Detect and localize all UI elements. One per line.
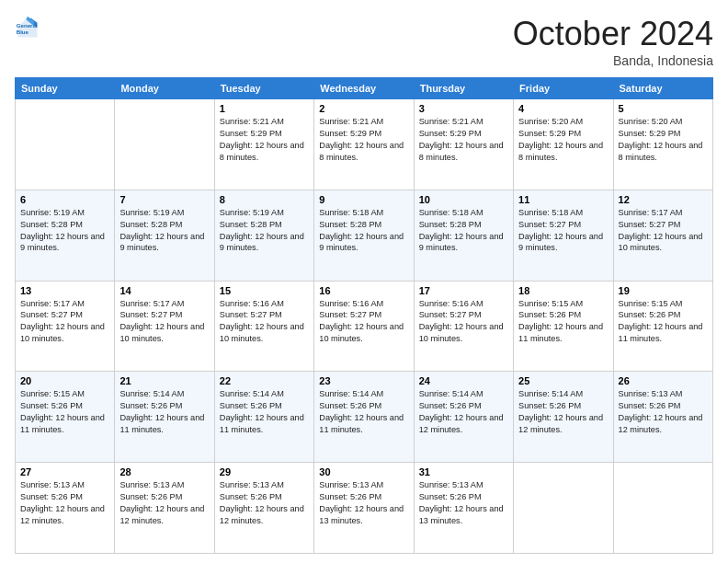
day-info: Sunrise: 5:13 AMSunset: 5:26 PMDaylight:…	[220, 479, 309, 527]
day-number: 31	[419, 466, 508, 477]
day-number: 19	[619, 285, 708, 296]
day-number: 16	[319, 285, 408, 296]
calendar-cell: 19Sunrise: 5:15 AMSunset: 5:26 PMDayligh…	[613, 281, 712, 372]
day-info: Sunrise: 5:21 AMSunset: 5:29 PMDaylight:…	[220, 116, 309, 164]
calendar-cell: 24Sunrise: 5:14 AMSunset: 5:26 PMDayligh…	[414, 372, 513, 463]
weekday-header-tuesday: Tuesday	[214, 78, 313, 99]
calendar-cell: 2Sunrise: 5:21 AMSunset: 5:29 PMDaylight…	[314, 99, 414, 190]
day-info: Sunrise: 5:21 AMSunset: 5:29 PMDaylight:…	[319, 116, 408, 164]
day-info: Sunrise: 5:16 AMSunset: 5:27 PMDaylight:…	[419, 298, 508, 346]
day-number: 13	[20, 285, 109, 296]
day-info: Sunrise: 5:14 AMSunset: 5:26 PMDaylight:…	[319, 388, 408, 436]
calendar-cell: 8Sunrise: 5:19 AMSunset: 5:28 PMDaylight…	[214, 190, 313, 281]
calendar-cell	[514, 463, 613, 554]
calendar-cell: 22Sunrise: 5:14 AMSunset: 5:26 PMDayligh…	[214, 372, 313, 463]
day-number: 2	[319, 103, 408, 114]
calendar-cell: 26Sunrise: 5:13 AMSunset: 5:26 PMDayligh…	[613, 372, 712, 463]
day-number: 5	[619, 103, 708, 114]
title-block: October 2024 Banda, Indonesia	[513, 15, 713, 68]
day-info: Sunrise: 5:20 AMSunset: 5:29 PMDaylight:…	[518, 116, 608, 164]
day-info: Sunrise: 5:19 AMSunset: 5:28 PMDaylight:…	[220, 207, 309, 255]
calendar-cell: 21Sunrise: 5:14 AMSunset: 5:26 PMDayligh…	[115, 372, 214, 463]
day-number: 23	[319, 375, 408, 386]
day-info: Sunrise: 5:17 AMSunset: 5:27 PMDaylight:…	[619, 207, 708, 255]
calendar-cell: 25Sunrise: 5:14 AMSunset: 5:26 PMDayligh…	[514, 372, 613, 463]
calendar-cell: 10Sunrise: 5:18 AMSunset: 5:28 PMDayligh…	[414, 190, 513, 281]
day-number: 12	[619, 194, 708, 205]
day-info: Sunrise: 5:15 AMSunset: 5:26 PMDaylight:…	[619, 298, 708, 346]
calendar-cell: 14Sunrise: 5:17 AMSunset: 5:27 PMDayligh…	[115, 281, 214, 372]
day-number: 20	[20, 375, 109, 386]
day-number: 22	[220, 375, 309, 386]
day-number: 27	[20, 466, 109, 477]
day-number: 29	[220, 466, 309, 477]
day-info: Sunrise: 5:18 AMSunset: 5:27 PMDaylight:…	[518, 207, 608, 255]
calendar: SundayMondayTuesdayWednesdayThursdayFrid…	[15, 77, 713, 554]
calendar-cell: 9Sunrise: 5:18 AMSunset: 5:28 PMDaylight…	[314, 190, 414, 281]
day-info: Sunrise: 5:16 AMSunset: 5:27 PMDaylight:…	[319, 298, 408, 346]
day-info: Sunrise: 5:13 AMSunset: 5:26 PMDaylight:…	[119, 479, 209, 527]
day-info: Sunrise: 5:19 AMSunset: 5:28 PMDaylight:…	[119, 207, 209, 255]
day-number: 15	[220, 285, 309, 296]
day-number: 26	[619, 375, 708, 386]
day-number: 10	[419, 194, 508, 205]
weekday-header-monday: Monday	[115, 78, 214, 99]
calendar-cell: 17Sunrise: 5:16 AMSunset: 5:27 PMDayligh…	[414, 281, 513, 372]
header: General Blue October 2024 Banda, Indones…	[15, 15, 713, 68]
calendar-cell: 13Sunrise: 5:17 AMSunset: 5:27 PMDayligh…	[16, 281, 115, 372]
day-number: 9	[319, 194, 408, 205]
week-row-2: 6Sunrise: 5:19 AMSunset: 5:28 PMDaylight…	[16, 190, 713, 281]
location: Banda, Indonesia	[513, 53, 713, 68]
day-info: Sunrise: 5:14 AMSunset: 5:26 PMDaylight:…	[119, 388, 209, 436]
day-info: Sunrise: 5:17 AMSunset: 5:27 PMDaylight:…	[119, 298, 209, 346]
day-info: Sunrise: 5:15 AMSunset: 5:26 PMDaylight:…	[20, 388, 109, 436]
day-info: Sunrise: 5:14 AMSunset: 5:26 PMDaylight:…	[220, 388, 309, 436]
week-row-1: 1Sunrise: 5:21 AMSunset: 5:29 PMDaylight…	[16, 99, 713, 190]
day-number: 6	[20, 194, 109, 205]
calendar-cell: 5Sunrise: 5:20 AMSunset: 5:29 PMDaylight…	[613, 99, 712, 190]
calendar-cell: 11Sunrise: 5:18 AMSunset: 5:27 PMDayligh…	[514, 190, 613, 281]
calendar-cell: 16Sunrise: 5:16 AMSunset: 5:27 PMDayligh…	[314, 281, 414, 372]
day-info: Sunrise: 5:13 AMSunset: 5:26 PMDaylight:…	[319, 479, 408, 527]
day-number: 14	[119, 285, 209, 296]
calendar-cell	[115, 99, 214, 190]
day-info: Sunrise: 5:13 AMSunset: 5:26 PMDaylight:…	[419, 479, 508, 527]
day-info: Sunrise: 5:15 AMSunset: 5:26 PMDaylight:…	[518, 298, 608, 346]
day-info: Sunrise: 5:20 AMSunset: 5:29 PMDaylight:…	[619, 116, 708, 164]
day-info: Sunrise: 5:18 AMSunset: 5:28 PMDaylight:…	[419, 207, 508, 255]
logo-icon: General Blue	[15, 15, 40, 40]
day-info: Sunrise: 5:17 AMSunset: 5:27 PMDaylight:…	[20, 298, 109, 346]
day-number: 18	[518, 285, 608, 296]
calendar-cell: 20Sunrise: 5:15 AMSunset: 5:26 PMDayligh…	[16, 372, 115, 463]
week-row-3: 13Sunrise: 5:17 AMSunset: 5:27 PMDayligh…	[16, 281, 713, 372]
weekday-header-friday: Friday	[514, 78, 613, 99]
month-title: October 2024	[513, 15, 713, 53]
calendar-cell: 30Sunrise: 5:13 AMSunset: 5:26 PMDayligh…	[314, 463, 414, 554]
calendar-cell: 23Sunrise: 5:14 AMSunset: 5:26 PMDayligh…	[314, 372, 414, 463]
calendar-cell: 29Sunrise: 5:13 AMSunset: 5:26 PMDayligh…	[214, 463, 313, 554]
day-number: 30	[319, 466, 408, 477]
day-number: 3	[419, 103, 508, 114]
weekday-header-thursday: Thursday	[414, 78, 513, 99]
day-number: 24	[419, 375, 508, 386]
day-info: Sunrise: 5:18 AMSunset: 5:28 PMDaylight:…	[319, 207, 408, 255]
calendar-cell: 18Sunrise: 5:15 AMSunset: 5:26 PMDayligh…	[514, 281, 613, 372]
week-row-5: 27Sunrise: 5:13 AMSunset: 5:26 PMDayligh…	[16, 463, 713, 554]
calendar-cell: 12Sunrise: 5:17 AMSunset: 5:27 PMDayligh…	[613, 190, 712, 281]
calendar-cell: 15Sunrise: 5:16 AMSunset: 5:27 PMDayligh…	[214, 281, 313, 372]
day-number: 7	[119, 194, 209, 205]
day-number: 1	[220, 103, 309, 114]
day-number: 11	[518, 194, 608, 205]
weekday-header-sunday: Sunday	[16, 78, 115, 99]
weekday-header-row: SundayMondayTuesdayWednesdayThursdayFrid…	[16, 78, 713, 99]
day-number: 4	[518, 103, 608, 114]
calendar-cell: 3Sunrise: 5:21 AMSunset: 5:29 PMDaylight…	[414, 99, 513, 190]
logo: General Blue	[15, 15, 40, 40]
calendar-cell: 31Sunrise: 5:13 AMSunset: 5:26 PMDayligh…	[414, 463, 513, 554]
weekday-header-saturday: Saturday	[613, 78, 712, 99]
day-info: Sunrise: 5:19 AMSunset: 5:28 PMDaylight:…	[20, 207, 109, 255]
day-info: Sunrise: 5:16 AMSunset: 5:27 PMDaylight:…	[220, 298, 309, 346]
calendar-cell: 27Sunrise: 5:13 AMSunset: 5:26 PMDayligh…	[16, 463, 115, 554]
day-info: Sunrise: 5:21 AMSunset: 5:29 PMDaylight:…	[419, 116, 508, 164]
week-row-4: 20Sunrise: 5:15 AMSunset: 5:26 PMDayligh…	[16, 372, 713, 463]
